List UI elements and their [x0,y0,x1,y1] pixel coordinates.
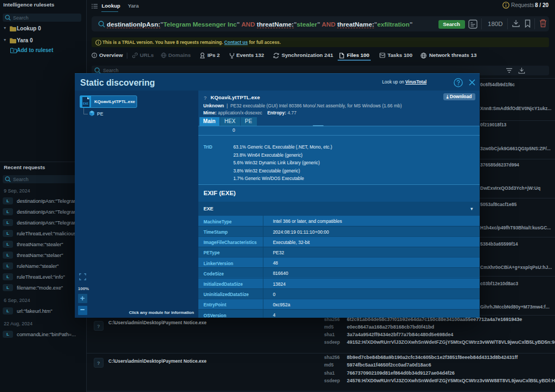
svg-text:EXE: EXE [82,101,88,105]
